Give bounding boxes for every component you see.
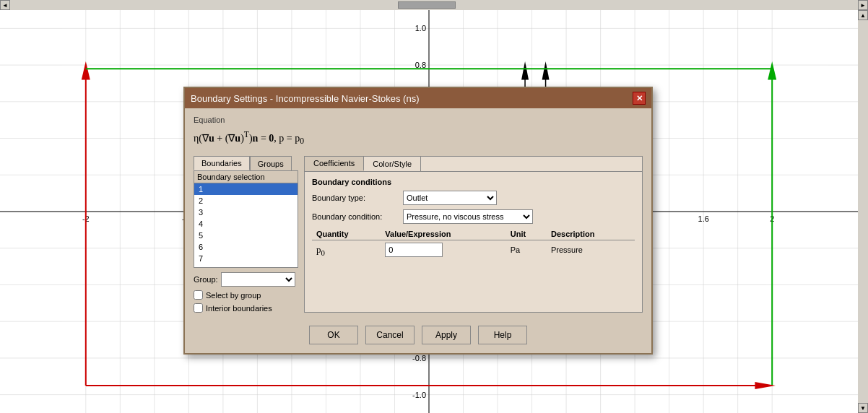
scroll-down-btn[interactable]: ▼ [858, 403, 868, 413]
scroll-thumb-horizontal[interactable] [398, 1, 456, 9]
group-row: Group: [194, 272, 298, 287]
col-value-expression: Value/Expression [381, 228, 506, 240]
apply-button[interactable]: Apply [422, 326, 471, 344]
dialog-title: Boundary Settings - Incompressible Navie… [191, 93, 419, 104]
boundary-type-label: Boundary type: [312, 194, 399, 202]
tab-color-style[interactable]: Color/Style [364, 157, 421, 171]
boundary-list-item[interactable]: 4 [194, 218, 298, 230]
boundary-conditions-title: Boundary conditions [312, 178, 635, 186]
col-description: Description [547, 228, 635, 240]
right-panel-body: Boundary conditions Boundary type: Outle… [305, 172, 642, 265]
description-cell: Pressure [547, 240, 635, 260]
boundary-settings-dialog: Boundary Settings - Incompressible Navie… [183, 87, 653, 355]
select-by-group-row: Select by group [194, 290, 298, 300]
boundary-list-item[interactable]: 6 [194, 241, 298, 253]
value-input[interactable] [385, 243, 443, 257]
equation-section: Equation η(∇u + (∇u)T)n = 0, p = p0 [194, 116, 643, 149]
boundary-list-item[interactable]: 2 [194, 195, 298, 206]
quantity-table: Quantity Value/Expression Unit Descripti… [312, 228, 635, 259]
scroll-right-btn[interactable]: ► [858, 0, 868, 10]
help-button[interactable]: Help [478, 326, 527, 344]
boundary-type-row: Boundary type: OutletInletWallSymmetry [312, 191, 635, 205]
select-by-group-label: Select by group [206, 291, 261, 300]
col-quantity: Quantity [312, 228, 381, 240]
equation-label: Equation [194, 116, 643, 124]
boundary-list-item[interactable]: 7 [194, 253, 298, 264]
col-unit: Unit [506, 228, 547, 240]
group-select[interactable] [221, 272, 295, 287]
boundary-selection-label: Boundary selection [194, 171, 298, 183]
boundary-condition-row: Boundary condition: Pressure, no viscous… [312, 209, 635, 224]
dialog-titlebar: Boundary Settings - Incompressible Navie… [185, 88, 651, 108]
top-scrollbar: ◄ ► [0, 0, 868, 10]
left-panel: Boundaries Groups Boundary selection 123… [194, 156, 298, 313]
scroll-track-vertical[interactable] [859, 20, 867, 403]
interior-boundaries-checkbox[interactable] [194, 303, 203, 313]
scroll-left-btn[interactable]: ◄ [0, 0, 10, 10]
ok-button[interactable]: OK [309, 326, 358, 344]
boundary-condition-label: Boundary condition: [312, 212, 399, 221]
boundary-list-container: Boundary selection 12345678 [194, 170, 298, 268]
dialog-body: Equation η(∇u + (∇u)T)n = 0, p = p0 Boun… [185, 108, 651, 320]
group-label: Group: [194, 275, 218, 284]
boundary-list-item[interactable]: 1 [194, 183, 298, 195]
interior-boundaries-row: Interior boundaries [194, 303, 298, 313]
boundary-list-item[interactable]: 3 [194, 206, 298, 218]
select-by-group-checkbox[interactable] [194, 290, 203, 300]
boundary-condition-select[interactable]: Pressure, no viscous stressNo slipSlip [403, 209, 533, 224]
unit-cell: Pa [506, 240, 547, 260]
interior-boundaries-label: Interior boundaries [206, 304, 272, 313]
cancel-button[interactable]: Cancel [365, 326, 415, 344]
left-tab-row: Boundaries Groups [194, 156, 298, 170]
dialog-close-button[interactable]: ✕ [633, 92, 646, 105]
tab-coefficients[interactable]: Coefficients [305, 157, 364, 171]
tab-boundaries[interactable]: Boundaries [194, 156, 250, 170]
right-panel: Coefficients Color/Style Boundary condit… [304, 156, 643, 313]
boundary-list-item[interactable]: 8 [194, 264, 298, 266]
value-cell[interactable] [381, 240, 506, 260]
dialog-footer: OK Cancel Apply Help [185, 320, 651, 353]
right-tab-row: Coefficients Color/Style [305, 157, 642, 172]
equation-formula: η(∇u + (∇u)T)n = 0, p = p0 [194, 127, 643, 149]
table-row: p0PaPressure [312, 240, 635, 260]
scroll-up-btn[interactable]: ▲ [858, 10, 868, 20]
scroll-track-horizontal[interactable] [21, 1, 847, 9]
quantity-cell: p0 [312, 240, 381, 260]
right-scrollbar: ▲ ▼ [858, 10, 868, 413]
tab-groups[interactable]: Groups [250, 156, 292, 170]
dialog-content: Boundaries Groups Boundary selection 123… [194, 156, 643, 313]
boundary-list[interactable]: 12345678 [194, 183, 298, 266]
boundary-list-item[interactable]: 5 [194, 230, 298, 241]
boundary-type-select[interactable]: OutletInletWallSymmetry [403, 191, 497, 205]
